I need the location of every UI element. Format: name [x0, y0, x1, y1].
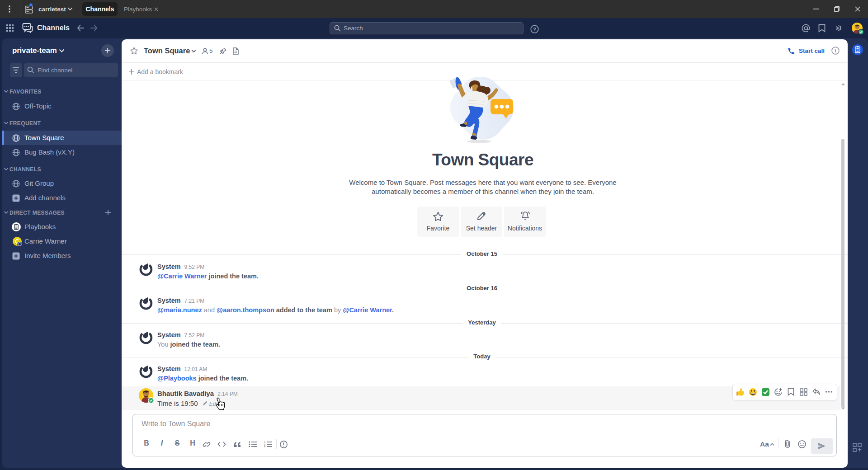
svg-text:3: 3	[264, 446, 265, 447]
svg-text:?: ?	[533, 27, 536, 32]
